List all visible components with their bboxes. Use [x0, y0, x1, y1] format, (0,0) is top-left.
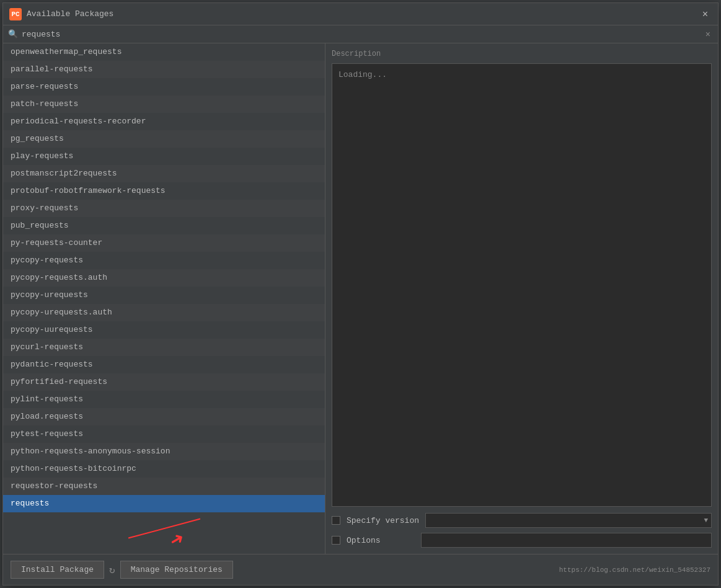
bottom-left: Install Package ↻ Manage Repositories: [11, 561, 233, 579]
list-item[interactable]: pub_requests: [3, 217, 325, 234]
package-list-panel: openweathermap_requestsparallel-requests…: [3, 43, 325, 554]
specify-version-checkbox[interactable]: [332, 516, 340, 525]
bottom-bar: Install Package ↻ Manage Repositories ht…: [3, 554, 718, 585]
list-item[interactable]: pydantic-requests: [3, 356, 325, 373]
manage-repositories-button[interactable]: Manage Repositories: [120, 561, 233, 579]
list-item[interactable]: openweathermap_requests: [3, 43, 325, 61]
search-input[interactable]: [22, 30, 703, 39]
version-select-wrapper: ▼: [425, 513, 712, 528]
list-item[interactable]: pycopy-uurequests: [3, 321, 325, 339]
search-clear-button[interactable]: ×: [703, 29, 713, 39]
list-item[interactable]: pyload.requests: [3, 408, 325, 425]
loading-text: Loading...: [338, 70, 387, 79]
options-input[interactable]: [421, 533, 712, 548]
list-item[interactable]: postmanscript2requests: [3, 165, 325, 182]
search-icon: 🔍: [8, 29, 18, 39]
list-item[interactable]: requests: [3, 495, 325, 512]
options-row: Options: [332, 533, 712, 548]
version-select[interactable]: [425, 513, 712, 528]
list-item[interactable]: protobuf-robotframework-requests: [3, 182, 325, 200]
close-button[interactable]: ×: [699, 8, 712, 20]
list-item[interactable]: pyfortified-requests: [3, 373, 325, 391]
list-item[interactable]: pytest-requests: [3, 425, 325, 443]
list-item[interactable]: pycurl-requests: [3, 339, 325, 356]
search-bar: 🔍 ×: [3, 25, 718, 43]
list-item[interactable]: parallel-requests: [3, 61, 325, 78]
list-item[interactable]: patch-requests: [3, 96, 325, 113]
list-item[interactable]: requestor-requests: [3, 478, 325, 495]
package-list[interactable]: openweathermap_requestsparallel-requests…: [3, 43, 325, 554]
list-item[interactable]: proxy-requests: [3, 200, 325, 217]
available-packages-dialog: PC Available Packages × 🔍 × openweatherm…: [2, 2, 719, 586]
description-label: Description: [332, 50, 712, 58]
install-package-button[interactable]: Install Package: [11, 561, 104, 579]
list-item[interactable]: play-requests: [3, 148, 325, 165]
list-item[interactable]: parse-requests: [3, 78, 325, 96]
options-checkbox[interactable]: [332, 536, 340, 545]
list-item[interactable]: python-requests-bitcoinrpc: [3, 460, 325, 478]
options-area: Specify version ▼ Options: [332, 513, 712, 548]
options-label: Options: [347, 536, 415, 545]
title-bar-left: PC Available Packages: [9, 8, 113, 20]
description-content: Loading...: [332, 63, 712, 507]
app-icon: PC: [9, 8, 22, 20]
list-item[interactable]: pycopy-urequests: [3, 287, 325, 304]
list-item[interactable]: pylint-requests: [3, 391, 325, 408]
list-item[interactable]: pycopy-requests: [3, 252, 325, 269]
list-item[interactable]: periodical-requests-recorder: [3, 113, 325, 130]
description-panel: Description Loading... Specify version ▼: [325, 43, 718, 554]
list-item[interactable]: pycopy-requests.auth: [3, 269, 325, 287]
list-item[interactable]: pycopy-urequests.auth: [3, 304, 325, 321]
list-item[interactable]: py-requests-counter: [3, 234, 325, 252]
list-item[interactable]: python-requests-anonymous-session: [3, 443, 325, 460]
specify-version-label: Specify version: [347, 516, 419, 525]
dialog-title: Available Packages: [27, 9, 113, 19]
refresh-icon[interactable]: ↻: [109, 564, 115, 576]
content-area: openweathermap_requestsparallel-requests…: [3, 43, 718, 554]
specify-version-row: Specify version ▼: [332, 513, 712, 528]
list-item[interactable]: pg_requests: [3, 130, 325, 148]
footer-url: https://blog.csdn.net/weixin_54852327: [559, 566, 710, 574]
title-bar: PC Available Packages ×: [3, 3, 718, 25]
